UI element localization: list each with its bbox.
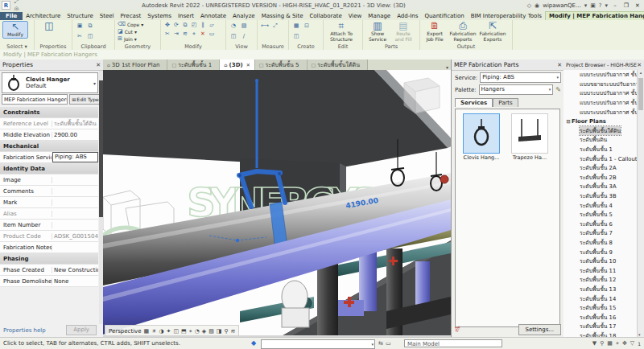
- view-control-icon[interactable]: ✦: [167, 328, 171, 335]
- browser-tree-item[interactable]: แบบขยายระบบปรับอากาศ ชั้น 1: [564, 80, 638, 89]
- modify-tool-icon[interactable]: ▱: [208, 21, 216, 29]
- browser-tree-item[interactable]: ระดับพื้นชั้น 3B: [564, 191, 638, 201]
- ribbon-tab[interactable]: Manage: [365, 12, 394, 20]
- browser-tree-item[interactable]: ระดับพื้นชั้น 18: [564, 331, 638, 337]
- ribbon-tab[interactable]: Precast: [118, 12, 145, 20]
- view-control-icon[interactable]: ⚲: [224, 328, 228, 335]
- browser-tree-item[interactable]: ระดับพื้นชั้นใต้ดิน: [564, 126, 638, 136]
- ribbon-tab[interactable]: Analyze: [229, 12, 258, 20]
- search-icon[interactable]: ◇: [527, 2, 531, 9]
- browser-tree-item[interactable]: แบบระบบปรับอากาศ ชั้นห้องพัก: [564, 107, 638, 117]
- view-tab[interactable]: ▢ ระดับพื้นชั้นใต้ดิน: [308, 60, 368, 70]
- ribbon-tab[interactable]: Quantification: [421, 12, 467, 20]
- property-row[interactable]: Fabrication Notes: [0, 242, 98, 253]
- property-row[interactable]: Middle Elevation 2900.00: [0, 129, 98, 141]
- selection-toggle-icon[interactable]: ⌖: [616, 340, 619, 347]
- browser-tree-item[interactable]: แบบระบบปรับอากาศ ชั้นใต้ดิน: [564, 70, 638, 80]
- view-control-icon[interactable]: ◨: [217, 328, 222, 335]
- property-row[interactable]: Phasing: [0, 253, 98, 265]
- property-row[interactable]: Item Number: [0, 220, 98, 231]
- modify-tool-icon[interactable]: ⇥: [172, 30, 180, 38]
- browser-tree-item[interactable]: ระดับพื้นชั้น 13: [564, 285, 638, 294]
- settings-button[interactable]: Settings...: [518, 324, 561, 335]
- property-row[interactable]: Phase Created New Construction: [0, 265, 98, 276]
- close-icon[interactable]: ✕: [557, 62, 562, 68]
- restore-button[interactable]: ❐: [622, 2, 630, 9]
- revit-app-icon[interactable]: R: [2, 1, 10, 10]
- browser-tree-item[interactable]: ระดับพื้นชั้น 1 - Callout 2: [564, 154, 638, 163]
- edit-type-button[interactable]: ⊞Edit Type: [69, 94, 101, 105]
- clipboard-icon[interactable]: ▣: [75, 21, 85, 31]
- modify-tool-icon[interactable]: ∥: [199, 21, 207, 29]
- selection-toggle-icon[interactable]: ⚲: [600, 340, 604, 347]
- browser-tree-item[interactable]: ระดับพื้นชั้น 2B: [564, 173, 638, 183]
- browser-tree-item[interactable]: ระดับพื้นชั้น 17: [564, 322, 638, 331]
- active-workset-combo[interactable]: ▾: [261, 339, 375, 349]
- user-dropdown-icon[interactable]: ▾: [584, 2, 588, 9]
- property-row[interactable]: Comments: [0, 186, 98, 197]
- ribbon-tab[interactable]: Massing & Site: [258, 12, 307, 20]
- type-selector[interactable]: Clevis HangerDefault ▾: [2, 72, 98, 93]
- view-control-icon[interactable]: ◔: [195, 328, 200, 335]
- view-control-icon[interactable]: ▧: [208, 328, 214, 335]
- browser-scrollbar[interactable]: ▴▾: [637, 70, 644, 337]
- modify-tool-icon[interactable]: ✂: [163, 30, 171, 38]
- ribbon-tab[interactable]: Annotate: [197, 12, 229, 20]
- browser-tree-item[interactable]: ระดับพื้นชั้น 1: [564, 145, 638, 154]
- browser-tree-item[interactable]: ระดับพื้นชั้น 3A: [564, 182, 638, 191]
- family-filter-combo[interactable]: MEP Fabrication Hangers (1▾: [2, 94, 68, 105]
- view-cube[interactable]: [404, 78, 440, 113]
- view-control-icon[interactable]: ⬒: [181, 328, 187, 335]
- clipboard-icon[interactable]: ⧉: [85, 21, 95, 31]
- service-combo[interactable]: Piping: ABS▾: [480, 72, 561, 83]
- view-tool-icon[interactable]: ∕: [239, 31, 249, 41]
- property-row[interactable]: Phase Demolished None: [0, 276, 98, 287]
- view-control-icon[interactable]: ◑: [159, 328, 163, 335]
- attach-to-structure-button[interactable]: ⌗Attach To Structure: [326, 21, 357, 42]
- apply-button[interactable]: Apply: [66, 325, 97, 335]
- property-row[interactable]: Alias: [0, 208, 98, 220]
- status-mid-icon[interactable]: ▭: [386, 340, 391, 347]
- view-mode-label[interactable]: Perspective: [109, 328, 142, 335]
- browser-tree-item[interactable]: ระดับพื้นชั้น 9: [564, 247, 638, 257]
- browser-tree-item[interactable]: ระดับพื้นชั้น 4: [564, 200, 638, 210]
- browser-tree-item[interactable]: ระดับพื้นชั้น 2A: [564, 163, 638, 173]
- selection-toggle-icon[interactable]: ▽: [630, 340, 634, 347]
- clipboard-icon[interactable]: ✂: [75, 31, 85, 41]
- close-icon[interactable]: ✕: [96, 62, 101, 68]
- filter-off-icon[interactable]: ▽̸: [455, 326, 460, 333]
- browser-tree-item[interactable]: ระดับพื้นดิน: [564, 135, 638, 145]
- modify-button[interactable]: ↖Modify: [2, 21, 28, 39]
- property-row[interactable]: Fabrication Service Piping: ABS: [0, 152, 98, 163]
- view-control-icon[interactable]: ▦: [144, 328, 150, 335]
- view-tab-close-icon[interactable]: ✕: [246, 62, 250, 68]
- help-icon[interactable]: ?: [599, 2, 602, 9]
- modify-tool-icon[interactable]: ⟳: [172, 21, 180, 29]
- export-job-file-button[interactable]: 🗎Export Job File: [423, 21, 447, 42]
- modify-tool-icon[interactable]: ⌖: [190, 30, 198, 38]
- ribbon-tab[interactable]: Steel: [97, 12, 118, 20]
- ribbon-tab[interactable]: Structure: [64, 12, 97, 20]
- geometry-tool[interactable]: ◪Cut ▾: [118, 28, 143, 35]
- property-row[interactable]: Mark: [0, 197, 98, 208]
- property-row[interactable]: Image: [0, 174, 98, 186]
- design-option-combo[interactable]: Main Model: [404, 339, 502, 347]
- close-icon[interactable]: ✕: [637, 62, 642, 68]
- ribbon-tab[interactable]: Collaborate: [306, 12, 345, 20]
- parts-panel-tab[interactable]: Parts: [493, 98, 518, 107]
- modify-tool-icon[interactable]: ≋: [181, 30, 189, 38]
- ribbon-tab[interactable]: Systems: [144, 12, 175, 20]
- selection-toggle-icon[interactable]: ▼: [592, 340, 597, 347]
- browser-tree-item[interactable]: ระดับพื้นชั้น 16: [564, 312, 638, 322]
- geometry-tool[interactable]: ⌫Cope ▾: [118, 21, 143, 27]
- ribbon-tab[interactable]: Architecture: [23, 12, 64, 20]
- browser-tree-item[interactable]: ระดับพื้นชั้น 11: [564, 265, 638, 275]
- browser-tree-item[interactable]: ระดับพื้นชั้น 14: [564, 294, 638, 303]
- view-control-icon[interactable]: ◈: [202, 328, 206, 335]
- modify-tool-icon[interactable]: ◰: [190, 21, 198, 29]
- palette-combo[interactable]: Hangers▾: [479, 84, 554, 95]
- view-tool-icon[interactable]: ◔: [229, 21, 238, 31]
- browser-tree-item[interactable]: ระดับพื้นชั้น 15: [564, 303, 638, 313]
- create-tool-icon[interactable]: ▦: [291, 21, 301, 31]
- measure-tool-icon[interactable]: ⟷: [260, 21, 270, 31]
